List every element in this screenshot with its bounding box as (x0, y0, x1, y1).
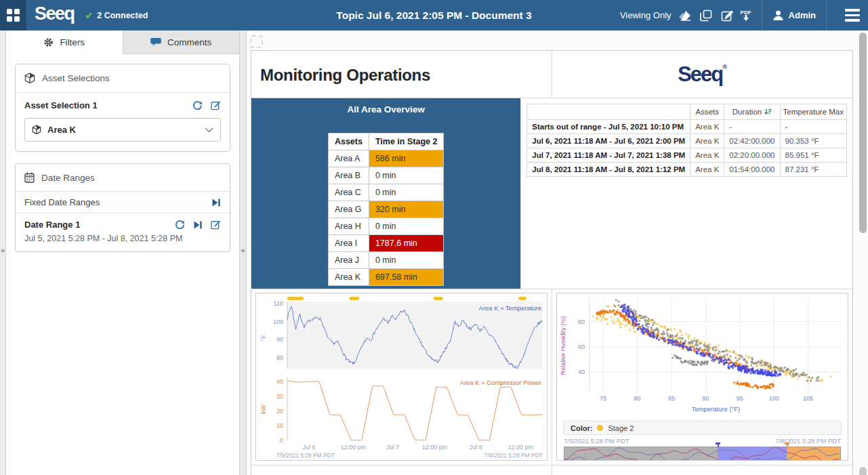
overview-value-cell: 0 min (369, 252, 443, 269)
page-title: Monitoring Operations (251, 51, 552, 85)
asset-dropdown[interactable]: Area K (24, 118, 221, 142)
vertical-scrollbar[interactable] (858, 30, 867, 475)
cube-icon (24, 73, 35, 84)
divider (762, 0, 762, 30)
overview-title: All Area Overview (251, 98, 520, 115)
overview-value-cell: 697.58 min (369, 269, 443, 286)
seeq-brand-logo: Seeq® (552, 51, 852, 87)
overview-col-value: Time in Stage 2 (369, 133, 443, 150)
divider (826, 0, 827, 30)
date-ranges-card: Date Ranges Fixed Date Ranges Date Range… (15, 163, 230, 252)
gear-icon (43, 37, 54, 47)
trend-chart[interactable]: 1101009080°FArea K » Temperature40302010… (255, 293, 547, 461)
capsule-duration-cell: 02:42:00.000 (724, 134, 780, 148)
svg-text:10: 10 (276, 422, 283, 429)
overview-row: Area K697.58 min (328, 269, 443, 286)
range-start-pin[interactable] (718, 442, 719, 447)
svg-text:12:00 pm: 12:00 pm (422, 444, 447, 451)
asset-selection-name: Asset Selection 1 (24, 100, 98, 110)
tab-comments[interactable]: Comments (123, 30, 240, 54)
svg-text:80: 80 (578, 318, 585, 325)
top-navbar: Seeq ✔ 2 Connected Topic Jul 6, 2021 2:0… (0, 0, 868, 30)
capsule-asset-cell: Area K (690, 148, 724, 163)
range-end-pin[interactable] (787, 442, 788, 447)
svg-text:90: 90 (702, 395, 709, 402)
svg-text:90: 90 (276, 336, 283, 343)
step-to-end-icon[interactable] (211, 198, 221, 207)
export-pdf-icon[interactable]: PDF (741, 10, 751, 21)
svg-text:7/5/2021 5:28 PM PDT: 7/5/2021 5:28 PM PDT (276, 452, 335, 459)
app-switcher-button[interactable] (0, 0, 26, 30)
cube-icon (32, 125, 41, 135)
overview-row: Area G320 min (328, 201, 443, 218)
date-range-value: Jul 5, 2021 5:28 PM - Jul 8, 2021 5:28 P… (24, 234, 221, 243)
overview-row: Area C0 min (328, 184, 443, 201)
calendar-icon (24, 172, 35, 183)
sidebar: Filters Comments Asset Selections Asset … (6, 30, 239, 475)
sidebar-collapse-handle[interactable]: « (239, 30, 247, 475)
svg-text:80: 80 (276, 354, 283, 361)
edit-document-icon[interactable] (720, 8, 735, 23)
capsule-row: Starts out of range - Jul 5, 2021 10:10 … (527, 120, 847, 134)
grid-icon (7, 9, 20, 22)
refresh-icon[interactable] (175, 220, 185, 230)
asset-selections-header: Asset Selections (42, 73, 110, 83)
edit-icon[interactable] (211, 100, 221, 110)
overview-row: Area J0 min (328, 252, 443, 269)
stage2-color-dot (597, 425, 603, 431)
overview-value-cell: 586 min (369, 150, 443, 167)
left-panel-expand-handle[interactable]: » (0, 30, 6, 475)
tab-filters[interactable]: Filters (6, 30, 123, 54)
comment-icon (150, 37, 161, 47)
svg-text:80: 80 (634, 395, 640, 402)
overview-value-cell: 0 min (369, 218, 443, 235)
overview-table: Assets Time in Stage 2 Area A586 minArea… (328, 133, 444, 286)
svg-text:100: 100 (273, 318, 283, 325)
connection-status[interactable]: ✔ 2 Connected (85, 10, 148, 21)
overview-row: Area B0 min (328, 167, 443, 184)
overview-asset-cell: Area G (328, 201, 369, 218)
overview-value-cell: 0 min (369, 184, 443, 201)
svg-text:105: 105 (803, 395, 813, 402)
capsule-duration-cell: 02:20:00.000 (724, 148, 780, 163)
overview-value-cell: 1787.6 min (369, 235, 443, 252)
svg-text:85: 85 (668, 395, 675, 402)
hamburger-menu-icon[interactable] (837, 9, 868, 22)
viewing-only-label: Viewing Only (620, 10, 671, 20)
edit-icon[interactable] (211, 220, 221, 230)
capsule-duration-cell: - (724, 120, 780, 134)
svg-text:12:00 pm: 12:00 pm (341, 444, 366, 451)
sidebar-tabs: Filters Comments (6, 30, 239, 54)
scatter-legend: Color: Stage 2 (563, 421, 842, 435)
capsule-col-duration[interactable]: Duration (724, 104, 780, 120)
date-range-name: Date Range 1 (24, 220, 80, 230)
presentation-mode-icon[interactable] (678, 8, 693, 23)
drag-handle[interactable] (250, 35, 263, 48)
date-range-selector-strip[interactable] (564, 447, 841, 461)
overview-row: Area I1787.6 min (328, 235, 443, 252)
capsule-range-cell: Starts out of range - Jul 5, 2021 10:10 … (527, 120, 690, 134)
capsule-asset-cell: Area K (690, 163, 724, 177)
svg-text:40: 40 (276, 378, 283, 385)
svg-text:kW: kW (260, 405, 267, 413)
svg-text:Area K » Temperature: Area K » Temperature (479, 304, 541, 312)
step-to-end-icon[interactable] (193, 220, 203, 230)
capsule-col-temperature: Temperature Max (780, 104, 846, 120)
fixed-date-ranges-label: Fixed Date Ranges (24, 197, 100, 207)
date-range-item: Date Range 1 (16, 213, 230, 251)
svg-text:Area K » Compressor Power: Area K » Compressor Power (460, 379, 541, 386)
refresh-icon[interactable] (192, 100, 203, 110)
capsule-row: Jul 8, 2021 11:18 AM - Jul 8, 2021 1:12 … (527, 163, 847, 177)
seeq-logo[interactable]: Seeq (26, 3, 85, 27)
svg-text:100: 100 (769, 395, 779, 402)
capsule-temp-cell: 85.951 °F (780, 148, 846, 163)
copy-document-icon[interactable] (699, 8, 714, 23)
svg-text:30: 30 (276, 393, 283, 400)
legend-item-label: Stage 2 (608, 424, 634, 432)
user-menu[interactable]: Admin (772, 9, 816, 21)
scatter-chart[interactable]: 7580859095100105406080Temperature (°F)Re… (556, 293, 848, 461)
overview-value-cell: 320 min (369, 201, 443, 218)
capsule-col-assets: Assets (690, 104, 724, 120)
scrollbar-thumb[interactable] (859, 33, 867, 233)
svg-text:12:00 pm: 12:00 pm (508, 444, 533, 451)
